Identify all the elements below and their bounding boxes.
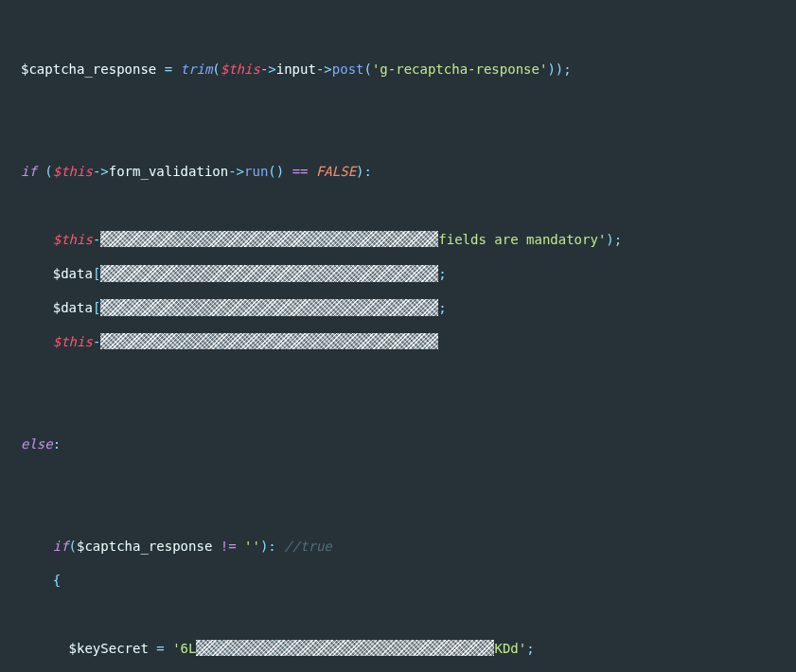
this-ref: $this — [221, 62, 260, 77]
method: post — [332, 62, 364, 77]
property: input — [276, 62, 316, 77]
code-line: $captcha_response = trim($this->input->p… — [21, 61, 796, 78]
punctuation: ; — [526, 641, 534, 656]
code-line: if ($this->form_validation->run() == FAL… — [21, 163, 796, 180]
redacted-region — [100, 333, 438, 349]
code-line: else: — [21, 435, 796, 452]
function-call: trim — [181, 62, 213, 77]
keyword: if — [21, 164, 37, 179]
keyword: else — [21, 436, 53, 451]
operator: == — [292, 164, 309, 179]
redacted-region — [100, 231, 438, 247]
punctuation: ; — [438, 266, 446, 281]
string-literal: 'g-recaptcha-response' — [372, 62, 547, 77]
variable: $data — [53, 266, 93, 281]
this-ref: $this — [53, 164, 93, 179]
variable: $captcha_response — [21, 62, 156, 77]
code-line: $this- — [21, 333, 796, 350]
punctuation: ); — [606, 232, 622, 247]
code-line: $data[; — [21, 299, 796, 316]
code-line: $data[; — [21, 265, 796, 282]
code-line: { — [21, 572, 796, 589]
punctuation: ; — [438, 300, 446, 315]
string-literal: '6L — [172, 641, 196, 656]
code-line: $keySecret = '6LKDd'; — [21, 640, 796, 657]
redacted-region — [196, 640, 494, 656]
string-literal: KDd' — [494, 641, 526, 656]
variable: $captcha_response — [77, 539, 212, 554]
string-literal: '' — [244, 539, 260, 554]
method: run — [244, 164, 268, 179]
property: form_validation — [109, 164, 228, 179]
variable: $keySecret — [69, 641, 149, 656]
redacted-region — [100, 299, 438, 316]
keyword: if — [53, 539, 69, 554]
constant: FALSE — [316, 164, 356, 179]
this-ref: $this — [53, 232, 93, 247]
operator: != — [221, 539, 237, 554]
code-line: $this-fields are mandatory'); — [21, 231, 796, 248]
redacted-region — [100, 265, 438, 282]
this-ref: $this — [53, 334, 93, 349]
code-line: if($captcha_response != ''): //true — [21, 538, 796, 555]
variable: $data — [53, 300, 93, 315]
code-editor[interactable]: $captcha_response = trim($this->input->p… — [0, 0, 796, 672]
comment: //true — [284, 539, 332, 554]
string-literal: fields are mandatory' — [438, 232, 606, 247]
